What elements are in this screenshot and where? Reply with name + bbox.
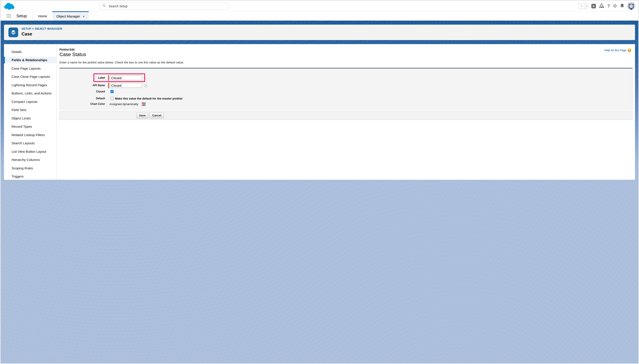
sidebar-item-record-types[interactable]: Record Types: [4, 123, 56, 130]
sidebar-item-search-layouts[interactable]: Search Layouts: [4, 140, 56, 146]
sidebar-item-case-close-page-layouts[interactable]: Case Close Page Layouts: [4, 74, 56, 80]
form-row-closed: Closed ✓: [60, 90, 320, 94]
search-input[interactable]: Search Setup: [99, 3, 228, 10]
tab-object-manager[interactable]: Object Manager ∨: [52, 11, 89, 20]
label-field-label: Label: [60, 76, 105, 79]
main-panel: Details Fields & Relationships Case Page…: [4, 44, 320, 180]
sidebar-item-lightning-record-pages[interactable]: Lightning Record Pages: [4, 82, 56, 88]
form-row-label: Label: [60, 74, 320, 81]
sidebar-item-list-view-button-layout[interactable]: List View Button Layout: [4, 148, 56, 155]
required-indicator: [108, 75, 109, 81]
picklist-title: Case Status: [60, 52, 320, 58]
browser-viewport: Search Setup ★ ▾ + ? ⚙: [0, 0, 320, 182]
sidebar-item-buttons-links-actions[interactable]: Buttons, Links, and Actions: [4, 90, 56, 97]
form-row-default: Default Make this value the default for …: [60, 96, 320, 100]
tab-object-manager-label: Object Manager: [56, 14, 80, 18]
sidebar-item-scoping-rules[interactable]: Scoping Rules: [4, 165, 56, 171]
sidebar-item-object-limits[interactable]: Object Limits: [4, 115, 56, 122]
breadcrumb-object-manager-link[interactable]: OBJECT MANAGER: [35, 27, 62, 30]
setup-app-title: Setup: [17, 14, 27, 18]
search-placeholder: Search Setup: [109, 4, 128, 8]
chart-color-value: Assigned dynamically: [109, 102, 138, 106]
breadcrumb-setup-link[interactable]: SETUP: [22, 27, 31, 30]
form-footer: Save Cancel: [60, 110, 320, 120]
sidebar-item-compact-layouts[interactable]: Compact Layouts: [4, 98, 56, 105]
required-indicator: [108, 83, 109, 88]
cancel-button[interactable]: Cancel: [150, 112, 164, 118]
api-name-field-label: API Name: [60, 84, 105, 87]
object-header-card: SETUP>OBJECT MANAGER Case: [4, 24, 320, 40]
closed-checkbox[interactable]: ✓: [111, 90, 114, 93]
info-icon[interactable]: i: [144, 84, 148, 87]
object-manager-icon: [9, 28, 18, 37]
default-checkbox[interactable]: [111, 97, 114, 100]
picklist-edit-content: Help for this Page ? Picklist Edit Case …: [57, 44, 320, 180]
picklist-description: Enter a name for the picklist value belo…: [60, 61, 320, 64]
sidebar-item-details[interactable]: Details: [4, 48, 56, 55]
form-row-api-name: API Name i: [60, 82, 320, 88]
sidebar-item-case-page-layouts[interactable]: Case Page Layouts: [4, 65, 56, 72]
default-checkbox-text: Make this value the default for the mast…: [115, 97, 182, 100]
breadcrumb-separator: >: [31, 27, 35, 30]
sidebar-item-related-lookup-filters[interactable]: Related Lookup Filters: [4, 132, 56, 138]
sidebar-item-field-sets[interactable]: Field Sets: [4, 107, 56, 113]
breadcrumb: SETUP>OBJECT MANAGER: [22, 27, 62, 30]
page-title: Case: [22, 32, 62, 36]
save-button[interactable]: Save: [136, 112, 148, 118]
chevron-down-icon[interactable]: ∨: [82, 15, 85, 18]
setup-nav-bar: Setup Home Object Manager ∨: [1, 11, 320, 20]
chart-color-field-label: Chart Color: [60, 102, 105, 106]
section-kicker: Picklist Edit: [60, 48, 320, 51]
label-input[interactable]: [110, 75, 142, 80]
sidebar-item-fields-relationships[interactable]: Fields & Relationships: [4, 57, 56, 64]
object-sidebar: Details Fields & Relationships Case Page…: [4, 44, 57, 180]
search-icon: [103, 4, 106, 8]
app-launcher-waffle-icon[interactable]: [7, 14, 11, 18]
global-header: Search Setup ★ ▾ + ? ⚙: [1, 1, 320, 11]
form-row-chart-color: Chart Color Assigned dynamically: [60, 102, 320, 106]
picklist-edit-form: Label API Name i Closed ✓: [60, 68, 320, 120]
color-picker-icon[interactable]: [142, 102, 146, 106]
salesforce-logo: [4, 2, 15, 11]
api-name-input[interactable]: [110, 83, 142, 88]
tab-home[interactable]: Home: [33, 11, 52, 20]
sidebar-item-triggers[interactable]: Triggers: [4, 173, 56, 180]
form-body: Label API Name i Closed ✓: [60, 68, 320, 109]
sidebar-item-hierarchy-columns[interactable]: Hierarchy Columns: [4, 156, 56, 163]
default-field-label: Default: [60, 97, 105, 100]
closed-field-label: Closed: [60, 90, 105, 93]
